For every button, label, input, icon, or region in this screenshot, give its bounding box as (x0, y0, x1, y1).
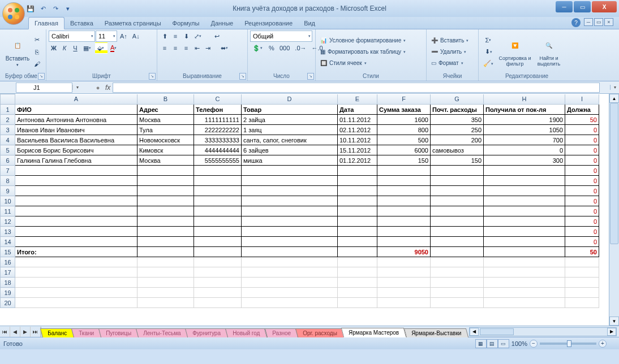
cell[interactable] (137, 186, 194, 196)
cell[interactable]: 02.11.2012 (338, 125, 377, 135)
sheet-tab[interactable]: Разное (264, 328, 298, 337)
cell[interactable] (194, 166, 242, 176)
row-header[interactable]: 18 (1, 278, 15, 288)
fill-icon[interactable]: ⬇▾ (481, 46, 497, 58)
qat-customize-icon[interactable]: ▾ (62, 3, 74, 14)
cell[interactable] (242, 186, 338, 196)
tab-data[interactable]: Данные (205, 18, 239, 29)
row-header[interactable]: 7 (1, 166, 15, 176)
cell[interactable] (484, 267, 565, 278)
tab-nav-first-icon[interactable]: ⏮ (0, 327, 10, 337)
cell[interactable]: Галкина Галина Глебовна (15, 155, 137, 166)
italic-button[interactable]: К (59, 42, 70, 54)
office-button[interactable] (2, 2, 25, 25)
cell[interactable] (15, 227, 137, 237)
align-bottom-icon[interactable]: ⬇ (181, 31, 191, 42)
cell[interactable] (15, 298, 137, 308)
cell[interactable] (242, 166, 338, 176)
sheet-tab[interactable]: Ярмарки-Выставки (403, 328, 468, 337)
sheet-tab[interactable]: Ткани (71, 328, 101, 337)
mdi-close[interactable]: × (604, 18, 613, 26)
fx-icon[interactable]: fx (105, 84, 110, 92)
underline-button[interactable]: Ч (70, 42, 80, 54)
column-header-G[interactable]: G (431, 94, 484, 105)
cell[interactable] (137, 196, 194, 206)
cell[interactable] (194, 257, 242, 267)
cell[interactable] (194, 186, 242, 196)
cut-icon[interactable]: ✂ (32, 34, 42, 46)
cell[interactable]: 250 (431, 125, 484, 135)
cell[interactable] (338, 257, 377, 267)
cell[interactable] (338, 278, 377, 288)
cell[interactable] (194, 298, 242, 308)
cell[interactable] (484, 216, 565, 227)
cell[interactable]: мишка (242, 155, 338, 166)
cell[interactable] (484, 227, 565, 237)
scroll-down-icon[interactable]: ▼ (609, 317, 619, 326)
cell[interactable] (377, 216, 431, 227)
increase-font-icon[interactable]: A↑ (118, 31, 130, 42)
fill-color-button[interactable]: ⬙▾ (95, 42, 108, 54)
cell[interactable] (242, 257, 338, 267)
cell[interactable] (137, 216, 194, 227)
cell[interactable]: 1 заяц (242, 125, 338, 135)
zoom-out-button[interactable]: − (530, 340, 538, 348)
namebox-dropdown-icon[interactable]: ▾ (72, 85, 81, 90)
cell[interactable]: 0 (565, 155, 599, 166)
formula-expand-icon[interactable]: ▾ (610, 85, 619, 90)
cell[interactable] (194, 216, 242, 227)
header-cell[interactable]: Телефон (194, 105, 242, 115)
cell[interactable]: 2 зайца (242, 115, 338, 125)
scroll-up-icon[interactable]: ▲ (609, 94, 619, 103)
cell[interactable] (431, 176, 484, 186)
cell[interactable] (377, 267, 431, 278)
cell[interactable] (484, 176, 565, 186)
cell[interactable]: 6 зайцев (242, 145, 338, 155)
cell[interactable] (431, 186, 484, 196)
row-header[interactable]: 8 (1, 176, 15, 186)
tab-view[interactable]: Вид (298, 18, 321, 29)
cell[interactable] (242, 196, 338, 206)
autosum-icon[interactable]: Σ▾ (481, 34, 497, 46)
sheet-tab[interactable]: Пуговицы (98, 328, 139, 337)
cell[interactable] (338, 247, 377, 257)
cell[interactable] (15, 206, 137, 216)
cell[interactable]: 700 (484, 135, 565, 145)
orientation-icon[interactable]: ⤢▾ (192, 31, 205, 42)
cell[interactable] (15, 186, 137, 196)
vscroll-thumb[interactable] (610, 103, 618, 244)
cell[interactable] (194, 227, 242, 237)
cell[interactable]: Тула (137, 125, 194, 135)
row-header[interactable]: 5 (1, 145, 15, 155)
column-header-B[interactable]: B (137, 94, 194, 105)
hscroll-thumb[interactable] (480, 328, 514, 335)
cell[interactable] (338, 237, 377, 247)
header-cell[interactable]: Адрес (137, 105, 194, 115)
align-right-icon[interactable]: ≡ (181, 42, 191, 54)
sheet-tab[interactable]: Новый год (225, 328, 268, 337)
cell[interactable] (377, 298, 431, 308)
format-painter-icon[interactable]: 🖌 (32, 58, 42, 70)
font-name-select[interactable]: Calibri▾ (49, 31, 95, 42)
cell[interactable] (15, 237, 137, 247)
font-launcher[interactable]: ↘ (149, 73, 156, 80)
cell[interactable]: Кимовск (137, 145, 194, 155)
row-header[interactable]: 6 (1, 155, 15, 166)
cell[interactable] (431, 237, 484, 247)
insert-cells-button[interactable]: ➕Вставить ▾ (429, 35, 472, 46)
percent-format-icon[interactable]: % (266, 42, 277, 54)
cell[interactable]: 01.11.2012 (338, 115, 377, 125)
view-normal-icon[interactable]: ▦ (475, 339, 487, 348)
row-header[interactable]: 9 (1, 186, 15, 196)
cell[interactable]: 0 (565, 125, 599, 135)
cell[interactable] (137, 237, 194, 247)
sheet-tab[interactable]: Баланс (40, 328, 74, 337)
delete-cells-button[interactable]: ➖Удалить ▾ (429, 46, 472, 58)
row-header[interactable]: 10 (1, 196, 15, 206)
header-cell[interactable]: Дата (338, 105, 377, 115)
cell[interactable]: 15.11.2012 (338, 145, 377, 155)
cell[interactable] (484, 186, 565, 196)
cell[interactable] (194, 267, 242, 278)
cell[interactable] (242, 267, 338, 278)
font-size-select[interactable]: 11▾ (96, 31, 117, 42)
